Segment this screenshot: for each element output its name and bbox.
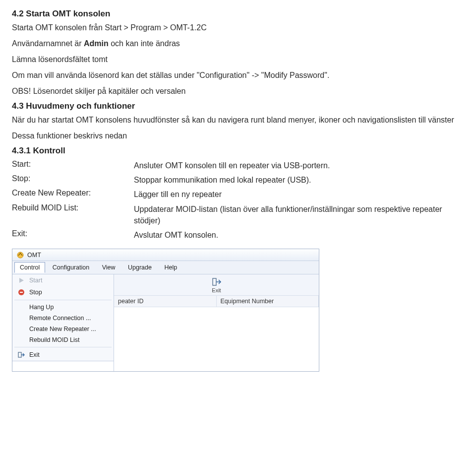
toolbar-exit-button[interactable]: Exit <box>209 276 225 294</box>
term-rebuild-moid-list: Rebuild MOID List: <box>12 203 126 226</box>
menu-item-create-new-repeater-label: Create New Repeater ... <box>29 326 96 332</box>
menu-item-stop-label: Stop <box>29 289 42 296</box>
menu-item-rebuild-moid-list[interactable]: Rebuild MOID List <box>12 334 114 345</box>
col-repeater-id[interactable]: peater ID <box>114 296 217 307</box>
menu-control[interactable]: Control <box>14 262 45 273</box>
window-title: OMT <box>27 252 41 259</box>
menu-upgrade[interactable]: Upgrade <box>122 262 157 273</box>
def-create-new-repeater: Lägger till en ny repeater <box>134 189 464 200</box>
menu-item-hang-up-label: Hang Up <box>29 304 54 311</box>
def-start: Ansluter OMT konsolen till en repeater v… <box>134 160 464 171</box>
def-rebuild-moid-list: Uppdaterar MOID-listan (listan över alla… <box>134 203 464 226</box>
heading-4-3: 4.3 Huvudmeny och funktioner <box>12 101 464 111</box>
text-start-path: Starta OMT konsolen från Start > Program… <box>12 22 464 34</box>
text-username-bold: Admin <box>84 39 109 48</box>
menu-configuration[interactable]: Configuration <box>47 262 95 273</box>
menu-item-remote-connection[interactable]: Remote Connection ... <box>12 313 114 324</box>
text-leave-password-empty: Lämna lösenordsfältet tomt <box>12 54 464 66</box>
menu-item-stop[interactable]: Stop <box>12 286 114 298</box>
right-panel: Exit peater ID Equipment Number <box>114 274 319 371</box>
term-create-new-repeater: Create New Repeater: <box>12 189 126 200</box>
titlebar: OMT <box>12 249 319 261</box>
term-start: Start: <box>12 160 126 171</box>
svg-marker-1 <box>19 278 24 283</box>
term-exit: Exit: <box>12 229 126 241</box>
text-username-pre: Användarnamnet är <box>12 39 84 48</box>
menu-separator <box>14 300 112 300</box>
toolbar-exit-label: Exit <box>212 287 221 293</box>
control-dropdown: Start Stop Hang Up Remote Connection ... <box>12 274 114 361</box>
play-icon <box>17 276 25 284</box>
menu-item-create-new-repeater[interactable]: Create New Repeater ... <box>12 324 114 334</box>
col-equipment-number[interactable]: Equipment Number <box>217 296 319 307</box>
def-exit: Avslutar OMT konsolen. <box>134 229 464 241</box>
menu-item-exit-label: Exit <box>29 351 40 358</box>
omt-window: OMT Control Configuration View Upgrade H… <box>12 249 319 372</box>
app-icon <box>16 251 24 259</box>
menubar: Control Configuration View Upgrade Help <box>12 261 319 274</box>
heading-4-2: 4.2 Starta OMT konsolen <box>12 9 464 19</box>
text-username-post: och kan inte ändras <box>109 39 180 48</box>
grid-header: peater ID Equipment Number <box>114 296 319 307</box>
stop-icon <box>17 288 25 296</box>
text-modify-password-hint: Om man vill använda lösenord kan det stä… <box>12 69 464 81</box>
control-dropdown-panel: Start Stop Hang Up Remote Connection ... <box>12 274 114 371</box>
term-stop: Stop: <box>12 174 126 186</box>
text-mainmenu-intro: När du har startat OMT konsolens huvudfö… <box>12 114 464 126</box>
workspace: Start Stop Hang Up Remote Connection ... <box>12 274 319 371</box>
menu-item-hang-up[interactable]: Hang Up <box>12 302 114 313</box>
svg-rect-5 <box>213 278 216 285</box>
svg-rect-4 <box>18 352 21 357</box>
def-stop: Stoppar kommunikation med lokal repeater… <box>134 174 464 186</box>
menu-item-start[interactable]: Start <box>12 274 114 286</box>
text-password-case-note: OBS! Lösenordet skiljer på kapitäler och… <box>12 85 464 97</box>
heading-4-3-1: 4.3.1 Kontroll <box>12 146 464 156</box>
toolbar: Exit <box>114 274 319 296</box>
menu-item-exit[interactable]: Exit <box>12 349 114 361</box>
menu-item-rebuild-moid-list-label: Rebuild MOID List <box>29 336 79 343</box>
menu-view[interactable]: View <box>97 262 121 273</box>
exit-icon <box>17 351 25 359</box>
text-username: Användarnamnet är Admin och kan inte änd… <box>12 38 464 50</box>
menu-separator <box>14 347 112 347</box>
menu-help[interactable]: Help <box>159 262 182 273</box>
menu-item-remote-connection-label: Remote Connection ... <box>29 315 91 322</box>
menu-item-start-label: Start <box>29 277 42 284</box>
text-functions-below: Dessa funktioner beskrivs nedan <box>12 130 464 142</box>
svg-rect-3 <box>20 292 23 293</box>
definition-list-control: Start: Ansluter OMT konsolen till en rep… <box>12 160 464 241</box>
exit-icon <box>212 277 222 286</box>
